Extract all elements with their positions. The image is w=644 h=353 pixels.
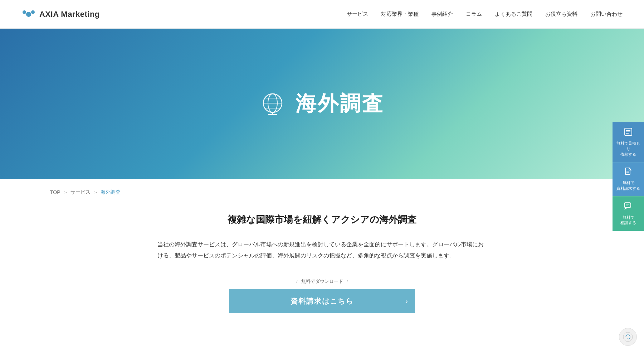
section-body: 当社の海外調査サービスは、グローバル市場への新規進出を検討している企業を全面的に… — [157, 239, 487, 261]
svg-line-5 — [24, 14, 29, 14]
doc-icon — [624, 167, 633, 178]
cta-arrow-icon: › — [405, 297, 408, 305]
breadcrumb-sep-2: ＞ — [93, 189, 98, 195]
nav-faq[interactable]: よくあるご質問 — [495, 11, 532, 18]
consult-button[interactable]: 無料で相談する — [613, 196, 644, 231]
cta-label: 資料請求はこちら — [291, 296, 353, 306]
svg-point-23 — [623, 332, 633, 342]
doc-label: 無料で資料請求する — [616, 180, 640, 191]
hero-banner: 海外調査 — [0, 29, 644, 179]
download-hint: 無料でダウンロード — [296, 278, 348, 285]
breadcrumb: TOP ＞ サービス ＞ 海外調査 — [50, 189, 594, 195]
main-content: 複雑な国際市場を紐解くアクシアの海外調査 当社の海外調査サービスは、グローバル市… — [0, 203, 644, 335]
hero-title: 海外調査 — [296, 90, 384, 118]
logo[interactable]: AXIA Marketing — [21, 7, 100, 21]
section-title: 複雑な国際市場を紐解くアクシアの海外調査 — [157, 213, 487, 226]
breadcrumb-sep-1: ＞ — [63, 189, 68, 195]
nav-cases[interactable]: 事例紹介 — [431, 11, 453, 18]
cta-button[interactable]: 資料請求はこちら › — [229, 289, 415, 313]
doc-request-button[interactable]: 無料で資料請求する — [613, 162, 644, 196]
globe-icon — [260, 90, 286, 117]
breadcrumb-current: 海外調査 — [101, 189, 121, 195]
nav-docs[interactable]: お役立ち資料 — [545, 11, 577, 18]
nav-service[interactable]: サービス — [347, 11, 368, 18]
breadcrumb-service[interactable]: サービス — [70, 189, 91, 195]
nav-industry[interactable]: 対応業界・業種 — [381, 11, 419, 18]
estimate-label: 無料で見積もり依頼する — [615, 141, 641, 157]
hero-content: 海外調査 — [260, 90, 384, 118]
download-area: 無料でダウンロード 資料請求はこちら › — [157, 278, 487, 313]
svg-point-1 — [23, 10, 26, 14]
chat-icon — [624, 201, 633, 213]
breadcrumb-top[interactable]: TOP — [50, 189, 60, 195]
consult-label: 無料で相談する — [620, 215, 636, 226]
recaptcha-badge — [619, 328, 637, 346]
nav-contact[interactable]: お問い合わせ — [590, 11, 623, 18]
content-area: 複雑な国際市場を紐解くアクシアの海外調査 当社の海外調査サービスは、グローバル市… — [107, 203, 537, 335]
download-hint-text: 無料でダウンロード — [301, 278, 343, 285]
breadcrumb-section: TOP ＞ サービス ＞ 海外調査 — [0, 179, 644, 203]
logo-icon — [21, 7, 36, 21]
estimate-icon — [624, 127, 633, 139]
main-nav: サービス 対応業界・業種 事例紹介 コラム よくあるご質問 お役立ち資料 お問い… — [347, 11, 623, 18]
logo-text: AXIA Marketing — [39, 10, 100, 19]
side-buttons: 無料で見積もり依頼する 無料で資料請求する 無料で相談する — [613, 122, 644, 231]
nav-column[interactable]: コラム — [466, 11, 482, 18]
svg-point-2 — [31, 10, 35, 14]
site-header: AXIA Marketing サービス 対応業界・業種 事例紹介 コラム よくあ… — [0, 0, 644, 29]
estimate-button[interactable]: 無料で見積もり依頼する — [613, 122, 644, 162]
